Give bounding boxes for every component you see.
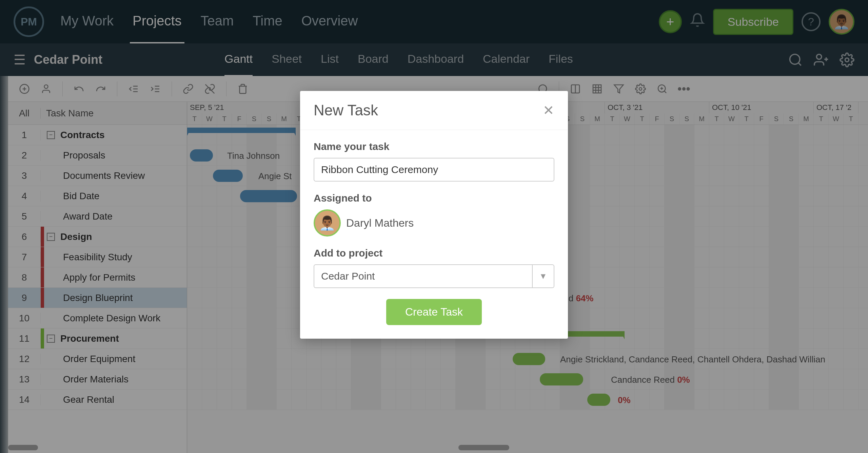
modal-header: New Task ✕ (300, 91, 568, 130)
chevron-down-icon: ▼ (532, 265, 554, 287)
modal-title: New Task (314, 102, 378, 119)
project-select[interactable]: Cedar Point ▼ (314, 264, 554, 288)
project-label: Add to project (314, 247, 554, 259)
modal-body: Name your task Assigned to 👨🏾‍💼 Daryl Ma… (300, 130, 568, 339)
task-name-label: Name your task (314, 141, 554, 152)
assignee-row[interactable]: 👨🏾‍💼 Daryl Mathers (314, 209, 554, 237)
close-icon[interactable]: ✕ (543, 102, 554, 118)
create-task-button[interactable]: Create Task (386, 299, 482, 325)
assigned-to-label: Assigned to (314, 192, 554, 204)
assignee-avatar: 👨🏾‍💼 (314, 209, 341, 237)
new-task-modal: New Task ✕ Name your task Assigned to 👨🏾… (300, 91, 568, 339)
project-select-value: Cedar Point (314, 265, 532, 287)
assignee-name: Daryl Mathers (346, 217, 414, 229)
task-name-input[interactable] (314, 158, 554, 182)
modal-backdrop[interactable]: New Task ✕ Name your task Assigned to 👨🏾… (0, 0, 868, 453)
